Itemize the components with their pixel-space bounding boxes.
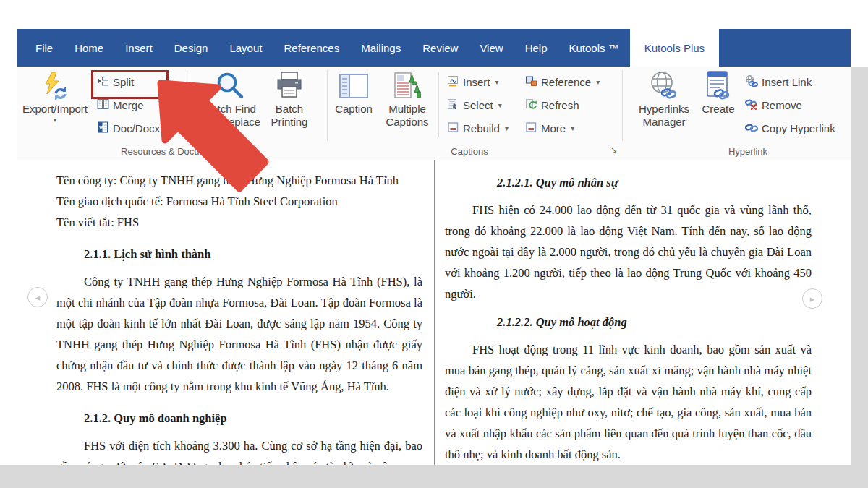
personnel-paragraph: FHS hiện có 24.000 lao động đến từ 31 qu… <box>445 200 812 304</box>
copy-hyperlink-label: Copy Hyperlink <box>762 122 835 134</box>
ribbon-tab-bar: File Home Insert Design Layout Reference… <box>17 29 851 67</box>
tab-review[interactable]: Review <box>412 29 469 67</box>
tab-insert[interactable]: Insert <box>114 29 163 67</box>
batch-find-replace-button[interactable]: Batch Find and Replace <box>193 69 267 129</box>
resources-documents-group-label: Resources & Documents <box>68 146 278 157</box>
bottom-background-strip <box>0 465 868 488</box>
split-highlight-box <box>91 70 169 99</box>
caption-label: Caption <box>335 103 373 116</box>
copy-hyperlink-button[interactable]: Copy Hyperlink <box>745 117 835 139</box>
magnifier-icon <box>215 69 245 103</box>
batch-printing-button[interactable]: Batch Printing <box>258 69 321 129</box>
heading-2-1-2: 2.1.2. Quy mô doanh nghiệp <box>56 408 422 429</box>
document-right-column: 2.1.2.1. Quy mô nhân sự FHS hiện có 24.0… <box>445 160 812 465</box>
batch-find-replace-label: Batch Find <box>204 103 256 116</box>
select-caption-button[interactable]: Select <box>447 94 502 116</box>
multiple-captions-label: Multiple <box>388 103 426 116</box>
doc-docx-icon: W <box>97 121 109 135</box>
insert-caption-button[interactable]: Insert <box>447 71 499 93</box>
tab-file[interactable]: File <box>25 29 64 67</box>
globe-link-icon <box>648 69 680 103</box>
rebuild-caption-icon <box>447 121 459 135</box>
caption-reference-icon <box>525 75 537 89</box>
document-link-icon <box>703 69 733 103</box>
company-name-line: Tên công ty: Công ty TNHH gang thép Hưng… <box>56 170 422 191</box>
create-hyperlink-button[interactable]: Create <box>696 69 741 116</box>
captions-dialog-launcher-icon[interactable] <box>610 145 621 155</box>
tab-mailings[interactable]: Mailings <box>350 29 412 67</box>
document-left-column: Tên công ty: Công ty TNHH gang thép Hưng… <box>56 160 422 465</box>
export-import-icon <box>41 69 69 103</box>
abbreviation-line: Tên viết tắt: FHS <box>56 212 422 233</box>
export-import-dropdown-caret[interactable] <box>53 116 56 124</box>
history-paragraph: Công ty TNHH gang thép Hưng Nghiệp Formo… <box>56 271 422 397</box>
next-page-arrow-icon[interactable] <box>802 288 822 309</box>
heading-2-1-1: 2.1.1. Lịch sử hình thành <box>56 244 422 265</box>
remove-hyperlink-icon <box>745 98 758 112</box>
multiple-captions-icon <box>392 69 422 103</box>
batch-printing-label: Batch <box>276 103 303 116</box>
insert-caption-label: Insert <box>463 76 490 88</box>
tab-kutools-plus[interactable]: Kutools Plus <box>630 29 719 67</box>
previous-page-arrow-icon[interactable] <box>27 287 48 307</box>
hyperlink-group-label: Hyperlink <box>661 146 835 157</box>
multiple-captions-button[interactable]: Multiple Captions <box>380 69 434 129</box>
remove-hyperlink-button[interactable]: Remove <box>745 94 802 116</box>
select-caption-icon <box>447 98 459 112</box>
refresh-captions-label: Refresh <box>541 99 579 111</box>
copy-hyperlink-icon <box>745 121 758 135</box>
more-captions-button[interactable]: More <box>525 117 574 139</box>
tab-view[interactable]: View <box>469 29 514 67</box>
hyperlinks-manager-label: Hyperlinks <box>639 103 689 116</box>
operations-paragraph: FHS hoạt động trong 11 lĩnh vực kinh doa… <box>445 339 812 465</box>
caption-icon <box>338 69 370 103</box>
column-divider <box>434 160 435 465</box>
more-captions-label: More <box>541 122 566 134</box>
printer-icon <box>274 69 305 103</box>
more-captions-icon <box>525 121 537 135</box>
export-import-label: Export/Import <box>22 103 88 116</box>
refresh-captions-icon <box>525 98 537 112</box>
merge-icon <box>97 98 109 112</box>
tab-kutools[interactable]: Kutools ™ <box>558 29 630 67</box>
right-background-strip <box>851 67 868 488</box>
heading-2-1-2-2: 2.1.2.2. Quy mô hoạt động <box>445 312 812 333</box>
insert-link-icon <box>745 75 758 89</box>
doc-docx-button[interactable]: W Doc/Docx <box>97 117 160 139</box>
tab-layout[interactable]: Layout <box>218 29 273 67</box>
trade-name-line: Tên giao dịch quốc tế: Formosa Hà Tĩnh S… <box>56 191 422 212</box>
captions-group-label: Captions <box>379 146 560 157</box>
caption-reference-label: Reference <box>541 76 591 88</box>
export-import-button[interactable]: Export/Import <box>17 69 93 124</box>
tab-references[interactable]: References <box>273 29 350 67</box>
hyperlinks-manager-button[interactable]: Hyperlinks Manager <box>629 69 699 129</box>
insert-link-label: Insert Link <box>762 76 812 88</box>
scale-paragraph: FHS với diện tích khoảng 3.300 ha. Cùng … <box>56 435 422 465</box>
tab-home[interactable]: Home <box>64 29 114 67</box>
insert-link-button[interactable]: Insert Link <box>745 71 812 93</box>
doc-docx-label: Doc/Docx <box>113 122 160 134</box>
caption-button[interactable]: Caption <box>330 69 378 116</box>
create-hyperlink-label: Create <box>702 103 734 116</box>
insert-caption-icon <box>447 75 459 89</box>
rebuild-caption-label: Rebuild <box>463 122 500 134</box>
tab-design[interactable]: Design <box>163 29 219 67</box>
caption-reference-button[interactable]: Reference <box>525 71 600 93</box>
refresh-captions-button[interactable]: Refresh <box>525 94 579 116</box>
select-caption-label: Select <box>463 99 493 111</box>
word-window: File Home Insert Design Layout Reference… <box>0 0 868 488</box>
heading-2-1-2-1: 2.1.2.1. Quy mô nhân sự <box>445 172 812 193</box>
document-area[interactable]: Tên công ty: Công ty TNHH gang thép Hưng… <box>17 160 851 465</box>
rebuild-caption-button[interactable]: Rebuild <box>447 117 509 139</box>
tab-help[interactable]: Help <box>514 29 558 67</box>
remove-hyperlink-label: Remove <box>762 99 802 111</box>
merge-label: Merge <box>113 99 144 111</box>
